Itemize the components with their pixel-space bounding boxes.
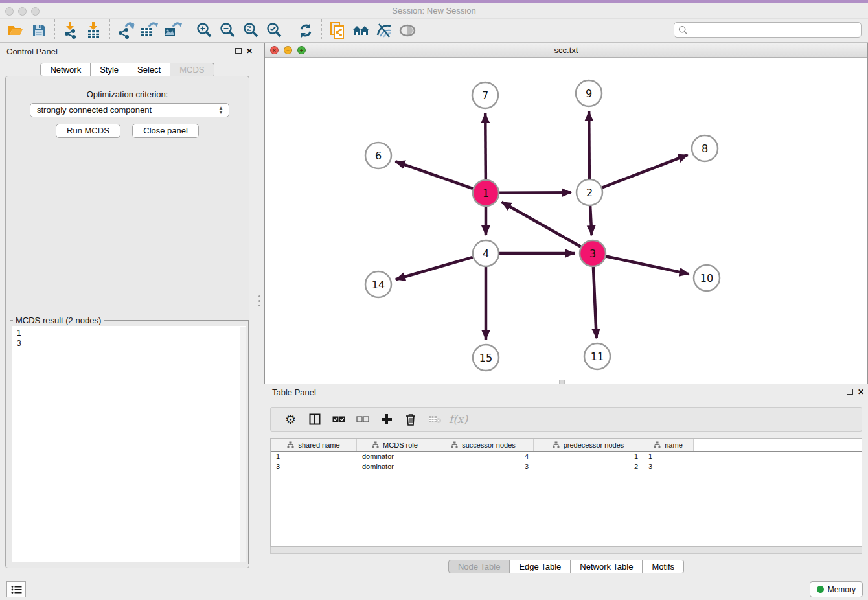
table-header-row: shared nameMCDS rolesuccessor nodesprede… [271,439,862,452]
toolbar-separator [54,19,55,41]
close-table-panel-icon[interactable]: ✕ [858,387,864,397]
graph-edge-2-8[interactable] [602,155,688,188]
table-tabs: Node TableEdge TableNetwork TableMotifs [264,560,868,573]
gear-icon[interactable]: ⚙ [279,410,303,429]
memory-button[interactable]: Memory [810,581,863,597]
tree-icon [451,441,458,448]
network-window: × − + scc.txt 1234678910111415 [264,43,868,384]
table-row[interactable]: 1dominator411 [271,452,862,462]
table-scrollbar[interactable] [270,547,862,554]
import-table-icon[interactable] [82,20,106,41]
export-network-icon[interactable] [114,20,137,41]
task-list-button[interactable] [6,581,26,597]
mcds-result-list[interactable]: 1 3 [12,326,246,562]
graph-node-label: 4 [483,248,489,260]
graph-node-label: 7 [482,89,488,102]
toolbar-separator [109,19,110,41]
table-cell: 4 [433,452,534,462]
graph-node-label: 2 [586,187,593,199]
result-scrollbar[interactable] [240,327,246,562]
criterion-label: Optimization criterion: [6,89,249,99]
column-header-predecessor-nodes[interactable]: predecessor nodes [534,439,643,451]
tab-select[interactable]: Select [128,63,170,76]
memory-status-icon [817,586,824,593]
mcds-result-group: MCDS result (2 nodes) 1 3 [10,320,249,564]
criterion-select[interactable]: strongly connected component ▲▼ [30,103,229,117]
close-panel-button[interactable]: Close panel [132,124,199,138]
eye-icon[interactable] [396,20,419,41]
deselect-all-icon[interactable] [350,410,374,429]
tab-network[interactable]: Network [40,63,91,76]
table-cell: 1 [643,452,694,462]
column-header-MCDS-role[interactable]: MCDS role [357,439,433,451]
graph-node-label: 6 [375,150,382,162]
float-table-panel-icon[interactable] [847,389,853,395]
graph-edge-3-1[interactable] [501,202,580,247]
zoom-out-icon[interactable] [216,20,239,41]
table-cell: dominator [357,462,433,472]
open-folder-icon[interactable] [4,20,27,41]
graph-node-label: 15 [479,352,492,364]
table-panel-title: Table Panel [272,387,316,397]
column-divider [700,439,700,546]
control-panel-tabs: NetworkStyleSelectMCDS [0,63,255,76]
column-header-name[interactable]: name [643,439,694,451]
save-icon[interactable] [27,20,51,41]
refresh-icon[interactable] [294,20,317,41]
zoom-in-icon[interactable] [192,20,216,41]
node-table[interactable]: shared nameMCDS rolesuccessor nodesprede… [270,438,862,547]
toolbar-separator [290,19,290,41]
select-stepper-icon: ▲▼ [218,106,223,115]
run-mcds-button[interactable]: Run MCDS [56,124,120,138]
search-box[interactable] [674,22,862,38]
tab-style[interactable]: Style [91,63,128,76]
graph-edge-1-6[interactable] [395,161,473,189]
splitter-handle[interactable] [257,293,261,312]
trash-icon[interactable] [398,410,422,429]
list-icon [11,585,22,594]
delete-table-icon[interactable] [422,410,446,429]
graph-node-label: 11 [591,351,604,363]
graph[interactable]: 1234678910111415 [265,58,867,384]
tab-network-table[interactable]: Network Table [571,560,643,573]
column-header-shared-name[interactable]: shared name [271,439,357,451]
status-bar: Memory [0,577,868,600]
export-table-icon[interactable] [137,20,161,41]
app-title: Session: New Session [0,6,868,16]
graph-edge-3-11[interactable] [593,267,597,338]
graph-edge-2-3[interactable] [590,206,591,235]
add-icon[interactable] [374,410,398,429]
style-preview-icon[interactable] [372,20,396,41]
graph-edge-1-2[interactable] [499,192,571,193]
close-panel-icon[interactable]: ✕ [246,47,253,56]
graph-node-label: 10 [700,272,713,284]
column-header-successor-nodes[interactable]: successor nodes [433,439,534,451]
select-all-icon[interactable] [326,410,350,429]
graph-edge-4-14[interactable] [396,257,473,279]
tab-edge-table[interactable]: Edge Table [510,560,571,573]
search-input[interactable] [688,25,861,34]
table-row[interactable]: 3dominator323 [271,462,862,472]
control-panel: Control Panel ✕ NetworkStyleSelectMCDS O… [0,43,255,577]
graph-edge-2-9[interactable] [589,111,589,179]
network-canvas[interactable]: 1234678910111415 [265,58,867,384]
table-toolbar: ⚙ f(x) [270,407,862,432]
graph-edge-3-10[interactable] [606,256,689,274]
columns-icon[interactable] [303,410,326,429]
tab-node-table[interactable]: Node Table [448,560,510,573]
function-icon[interactable]: f(x) [446,410,470,429]
zoom-fit-icon[interactable] [239,20,262,41]
zoom-selected-icon[interactable] [262,20,286,41]
graph-node-label: 1 [483,187,489,200]
import-network-icon[interactable] [59,20,82,41]
tree-icon [553,441,560,448]
graph-edge-1-7[interactable] [485,113,486,179]
tab-motifs[interactable]: Motifs [643,560,684,573]
network-window-titlebar[interactable]: × − + scc.txt [265,43,867,58]
export-image-icon[interactable] [161,20,184,41]
float-panel-icon[interactable] [235,48,242,54]
copy-network-icon[interactable] [326,20,349,41]
table-cell: dominator [357,452,433,462]
tab-mcds[interactable]: MCDS [170,63,214,76]
homes-icon[interactable] [349,20,372,41]
